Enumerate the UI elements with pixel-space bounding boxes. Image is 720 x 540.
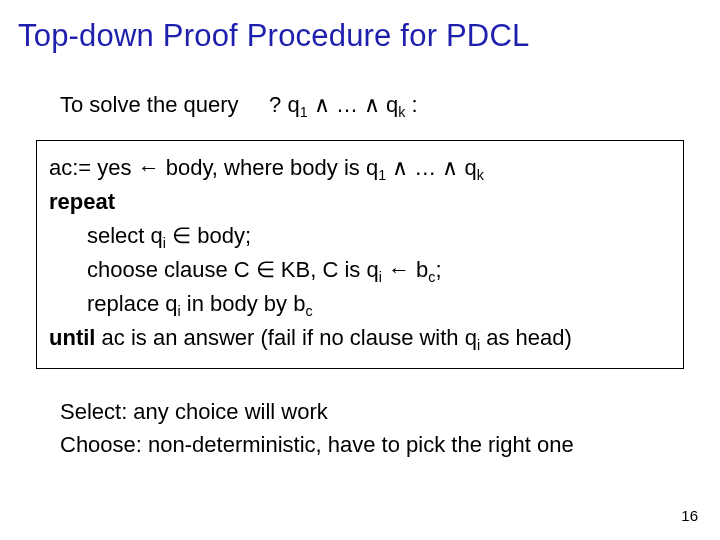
algo-step-select: select qi ∈ body; [49,219,671,253]
algorithm-box: ac:= yes ← body, where body is q1 ∧ … ∧ … [36,140,684,369]
algo-step-choose: choose clause C ∈ KB, C is qi ← bc; [49,253,671,287]
slide-title: Top-down Proof Procedure for PDCL [0,0,720,54]
notes-block: Select: any choice will work Choose: non… [0,369,720,461]
page-number: 16 [681,507,698,524]
algo-line-init: ac:= yes ← body, where body is q1 ∧ … ∧ … [49,151,671,185]
slide: Top-down Proof Procedure for PDCL To sol… [0,0,720,540]
algo-until: until ac is an answer (fail if no clause… [49,321,671,355]
query-label: To solve the query [60,92,239,117]
query-line: To solve the query ? q1 ∧ … ∧ qk : [0,54,720,118]
note-choose: Choose: non-deterministic, have to pick … [60,428,720,461]
query-formula: ? q1 ∧ … ∧ qk : [269,92,418,117]
algo-step-replace: replace qi in body by bc [49,287,671,321]
algo-repeat: repeat [49,185,671,219]
note-select: Select: any choice will work [60,395,720,428]
